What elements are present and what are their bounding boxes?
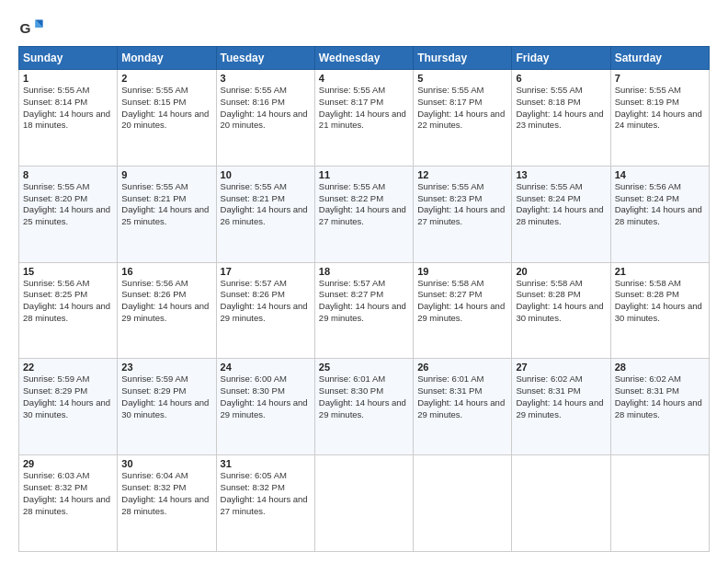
day-number: 8	[23, 169, 113, 180]
cell-info: Sunrise: 5:57 AMSunset: 8:27 PMDaylight:…	[319, 278, 409, 325]
calendar-cell: 28Sunrise: 6:02 AMSunset: 8:31 PMDayligh…	[610, 359, 709, 455]
calendar-cell: 21Sunrise: 5:58 AMSunset: 8:28 PMDayligh…	[610, 262, 709, 359]
cell-info: Sunrise: 5:59 AMSunset: 8:29 PMDaylight:…	[23, 373, 113, 420]
svg-text:G: G	[19, 20, 30, 36]
day-number: 9	[121, 169, 211, 180]
calendar-table: SundayMondayTuesdayWednesdayThursdayFrid…	[18, 46, 710, 552]
cell-info: Sunrise: 5:55 AMSunset: 8:24 PMDaylight:…	[516, 181, 606, 228]
calendar-cell: 14Sunrise: 5:56 AMSunset: 8:24 PMDayligh…	[610, 166, 709, 262]
cell-info: Sunrise: 5:55 AMSunset: 8:23 PMDaylight:…	[417, 181, 507, 228]
day-number: 4	[319, 73, 409, 84]
calendar-cell: 6Sunrise: 5:55 AMSunset: 8:18 PMDaylight…	[512, 70, 610, 167]
day-header-saturday: Saturday	[610, 47, 709, 70]
calendar-row-3: 22Sunrise: 5:59 AMSunset: 8:29 PMDayligh…	[19, 359, 710, 455]
day-number: 26	[417, 362, 507, 373]
cell-info: Sunrise: 6:03 AMSunset: 8:32 PMDaylight:…	[23, 470, 113, 517]
cell-info: Sunrise: 6:04 AMSunset: 8:32 PMDaylight:…	[121, 470, 211, 517]
day-header-thursday: Thursday	[414, 47, 512, 70]
day-header-sunday: Sunday	[19, 47, 118, 70]
cell-info: Sunrise: 5:55 AMSunset: 8:15 PMDaylight:…	[121, 85, 211, 132]
cell-info: Sunrise: 6:00 AMSunset: 8:30 PMDaylight:…	[221, 373, 311, 420]
calendar-row-1: 8Sunrise: 5:55 AMSunset: 8:20 PMDaylight…	[19, 166, 710, 262]
day-number: 14	[615, 169, 705, 180]
calendar-cell: 17Sunrise: 5:57 AMSunset: 8:26 PMDayligh…	[216, 262, 314, 359]
calendar-cell: 16Sunrise: 5:56 AMSunset: 8:26 PMDayligh…	[118, 262, 216, 359]
cell-info: Sunrise: 5:59 AMSunset: 8:29 PMDaylight:…	[121, 373, 211, 420]
calendar-cell: 27Sunrise: 6:02 AMSunset: 8:31 PMDayligh…	[512, 359, 610, 455]
cell-info: Sunrise: 5:57 AMSunset: 8:26 PMDaylight:…	[221, 278, 311, 325]
calendar-cell: 29Sunrise: 6:03 AMSunset: 8:32 PMDayligh…	[19, 455, 118, 552]
day-number: 21	[615, 266, 705, 277]
calendar-cell: 30Sunrise: 6:04 AMSunset: 8:32 PMDayligh…	[118, 455, 216, 552]
cell-info: Sunrise: 5:55 AMSunset: 8:19 PMDaylight:…	[615, 85, 705, 132]
cell-info: Sunrise: 6:02 AMSunset: 8:31 PMDaylight:…	[615, 373, 705, 420]
header: G	[18, 15, 710, 40]
day-number: 23	[121, 362, 211, 373]
calendar-cell: 7Sunrise: 5:55 AMSunset: 8:19 PMDaylight…	[610, 70, 709, 167]
calendar-cell: 13Sunrise: 5:55 AMSunset: 8:24 PMDayligh…	[512, 166, 610, 262]
calendar-cell: 22Sunrise: 5:59 AMSunset: 8:29 PMDayligh…	[19, 359, 118, 455]
cell-info: Sunrise: 5:58 AMSunset: 8:28 PMDaylight:…	[516, 278, 606, 325]
calendar-cell: 20Sunrise: 5:58 AMSunset: 8:28 PMDayligh…	[512, 262, 610, 359]
calendar-cell: 25Sunrise: 6:01 AMSunset: 8:30 PMDayligh…	[314, 359, 413, 455]
day-number: 29	[23, 458, 113, 469]
calendar-cell: 23Sunrise: 5:59 AMSunset: 8:29 PMDayligh…	[118, 359, 216, 455]
calendar-row-4: 29Sunrise: 6:03 AMSunset: 8:32 PMDayligh…	[19, 455, 710, 552]
day-number: 3	[221, 73, 311, 84]
cell-info: Sunrise: 6:01 AMSunset: 8:30 PMDaylight:…	[319, 373, 409, 420]
calendar-cell: 12Sunrise: 5:55 AMSunset: 8:23 PMDayligh…	[414, 166, 512, 262]
calendar-cell: 31Sunrise: 6:05 AMSunset: 8:32 PMDayligh…	[216, 455, 314, 552]
calendar-cell	[414, 455, 512, 552]
calendar-cell: 24Sunrise: 6:00 AMSunset: 8:30 PMDayligh…	[216, 359, 314, 455]
day-number: 2	[121, 73, 211, 84]
calendar-cell: 10Sunrise: 5:55 AMSunset: 8:21 PMDayligh…	[216, 166, 314, 262]
cell-info: Sunrise: 5:55 AMSunset: 8:14 PMDaylight:…	[23, 85, 113, 132]
day-number: 5	[417, 73, 507, 84]
day-number: 28	[615, 362, 705, 373]
calendar-cell: 1Sunrise: 5:55 AMSunset: 8:14 PMDaylight…	[19, 70, 118, 167]
cell-info: Sunrise: 5:55 AMSunset: 8:17 PMDaylight:…	[319, 85, 409, 132]
calendar-cell	[512, 455, 610, 552]
cell-info: Sunrise: 6:01 AMSunset: 8:31 PMDaylight:…	[417, 373, 507, 420]
day-number: 12	[417, 169, 507, 180]
calendar-row-2: 15Sunrise: 5:56 AMSunset: 8:25 PMDayligh…	[19, 262, 710, 359]
day-number: 15	[23, 266, 113, 277]
logo-icon: G	[18, 15, 44, 40]
page: G SundayMondayTuesdayWednesdayThursdayFr…	[0, 0, 728, 563]
day-number: 11	[319, 169, 409, 180]
calendar-cell	[314, 455, 413, 552]
day-number: 25	[319, 362, 409, 373]
cell-info: Sunrise: 5:56 AMSunset: 8:25 PMDaylight:…	[23, 278, 113, 325]
day-number: 6	[516, 73, 606, 84]
cell-info: Sunrise: 6:02 AMSunset: 8:31 PMDaylight:…	[516, 373, 606, 420]
cell-info: Sunrise: 5:55 AMSunset: 8:16 PMDaylight:…	[221, 85, 311, 132]
cell-info: Sunrise: 5:55 AMSunset: 8:17 PMDaylight:…	[417, 85, 507, 132]
cell-info: Sunrise: 5:55 AMSunset: 8:21 PMDaylight:…	[221, 181, 311, 228]
day-header-friday: Friday	[512, 47, 610, 70]
day-header-wednesday: Wednesday	[314, 47, 413, 70]
cell-info: Sunrise: 5:55 AMSunset: 8:22 PMDaylight:…	[319, 181, 409, 228]
cell-info: Sunrise: 5:55 AMSunset: 8:21 PMDaylight:…	[121, 181, 211, 228]
calendar-cell: 19Sunrise: 5:58 AMSunset: 8:27 PMDayligh…	[414, 262, 512, 359]
cell-info: Sunrise: 6:05 AMSunset: 8:32 PMDaylight:…	[221, 470, 311, 517]
day-number: 31	[221, 458, 311, 469]
calendar-cell: 18Sunrise: 5:57 AMSunset: 8:27 PMDayligh…	[314, 262, 413, 359]
day-number: 24	[221, 362, 311, 373]
cell-info: Sunrise: 5:55 AMSunset: 8:20 PMDaylight:…	[23, 181, 113, 228]
cell-info: Sunrise: 5:56 AMSunset: 8:26 PMDaylight:…	[121, 278, 211, 325]
day-number: 22	[23, 362, 113, 373]
day-number: 18	[319, 266, 409, 277]
day-number: 13	[516, 169, 606, 180]
calendar-cell: 15Sunrise: 5:56 AMSunset: 8:25 PMDayligh…	[19, 262, 118, 359]
day-number: 16	[121, 266, 211, 277]
day-number: 19	[417, 266, 507, 277]
day-number: 20	[516, 266, 606, 277]
day-header-tuesday: Tuesday	[216, 47, 314, 70]
day-number: 27	[516, 362, 606, 373]
cell-info: Sunrise: 5:56 AMSunset: 8:24 PMDaylight:…	[615, 181, 705, 228]
day-number: 17	[221, 266, 311, 277]
calendar-header-row: SundayMondayTuesdayWednesdayThursdayFrid…	[19, 47, 710, 70]
cell-info: Sunrise: 5:58 AMSunset: 8:27 PMDaylight:…	[417, 278, 507, 325]
calendar-cell: 9Sunrise: 5:55 AMSunset: 8:21 PMDaylight…	[118, 166, 216, 262]
day-header-monday: Monday	[118, 47, 216, 70]
